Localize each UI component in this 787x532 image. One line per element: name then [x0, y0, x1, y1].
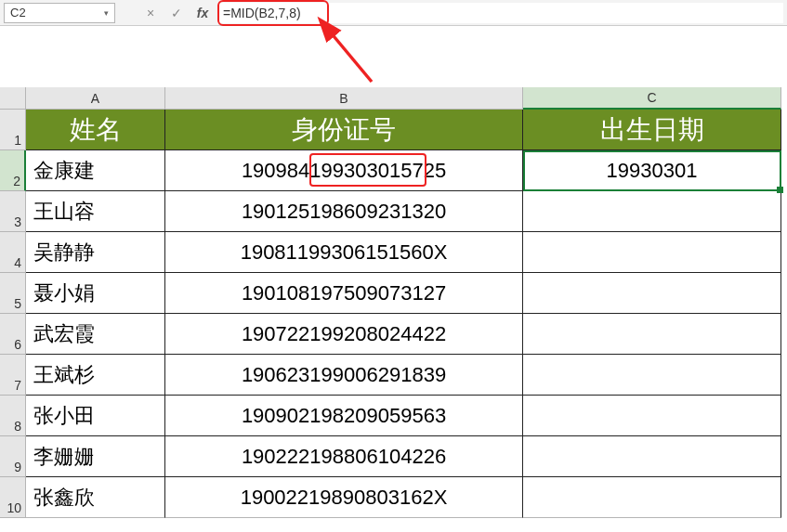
- cell-b5[interactable]: 190108197509073127: [165, 273, 523, 314]
- svg-line-0: [330, 32, 372, 82]
- row-header-10[interactable]: 10: [0, 477, 26, 518]
- row-header-label: 1: [14, 133, 21, 148]
- cell-b7[interactable]: 190623199006291839: [165, 355, 523, 396]
- cell-a7[interactable]: 王斌杉: [26, 355, 165, 396]
- cell-c6[interactable]: [523, 314, 781, 355]
- row-header-7[interactable]: 7: [0, 355, 26, 396]
- row-header-label: 10: [7, 500, 21, 515]
- table-row: 王斌杉 190623199006291839: [26, 355, 781, 396]
- col-header-b[interactable]: B: [165, 87, 523, 110]
- cell-value: 190722199208024422: [242, 322, 446, 346]
- cell-value: 王山容: [33, 198, 95, 226]
- row-header-label: 5: [14, 296, 21, 311]
- cell-value: 张鑫欣: [33, 484, 95, 512]
- row-header-label: 6: [14, 337, 21, 352]
- column-headers: A B C: [26, 87, 787, 110]
- cell-c2[interactable]: 19930301: [523, 150, 781, 191]
- cancel-formula-button[interactable]: ×: [139, 3, 162, 23]
- cell-value: 190984199303015725: [242, 159, 446, 183]
- cell-c8[interactable]: [523, 396, 781, 436]
- cell-a6[interactable]: 武宏霞: [26, 314, 165, 355]
- row-header-label: 9: [14, 460, 21, 474]
- col-header-a[interactable]: A: [26, 87, 165, 110]
- row-header-5[interactable]: 5: [0, 273, 26, 314]
- cell-value: 190222198806104226: [242, 445, 446, 469]
- cell-b1[interactable]: 身份证号: [165, 110, 523, 150]
- table-row: 吴静静 19081199306151560X: [26, 232, 781, 273]
- cell-b4[interactable]: 19081199306151560X: [165, 232, 523, 273]
- cell-value: 王斌杉: [33, 361, 95, 389]
- cell-a10[interactable]: 张鑫欣: [26, 477, 165, 518]
- col-header-c[interactable]: C: [523, 87, 781, 110]
- cell-value: 张小田: [33, 402, 95, 430]
- cell-b10[interactable]: 19002219890803162X: [165, 477, 523, 518]
- table-row: 武宏霞 190722199208024422: [26, 314, 781, 355]
- cell-c1[interactable]: 出生日期: [523, 110, 781, 150]
- col-header-label: C: [647, 90, 656, 105]
- cell-c4[interactable]: [523, 232, 781, 273]
- row-header-4[interactable]: 4: [0, 232, 26, 273]
- cell-value: 190108197509073127: [242, 281, 446, 305]
- row-header-label: 4: [14, 255, 21, 270]
- cell-b2[interactable]: 190984199303015725: [165, 150, 523, 191]
- annotation-arrow: [316, 26, 409, 95]
- cell-c5[interactable]: [523, 273, 781, 314]
- cell-c3[interactable]: [523, 191, 781, 232]
- formula-bar-area: C2 ▾ × ✓ fx =MID(B2,7,8): [0, 0, 787, 26]
- formula-input[interactable]: =MID(B2,7,8): [217, 3, 783, 23]
- cell-a1[interactable]: 姓名: [26, 110, 165, 150]
- cell-b8[interactable]: 190902198209059563: [165, 396, 523, 436]
- col-header-label: A: [91, 91, 99, 106]
- name-box[interactable]: C2 ▾: [4, 3, 115, 23]
- row-header-label: 7: [14, 378, 21, 393]
- table-row: 张鑫欣 19002219890803162X: [26, 477, 781, 518]
- cell-value: 吴静静: [33, 239, 95, 266]
- table-row: 金康建 190984199303015725 19930301: [26, 150, 781, 191]
- table-row: 李姗姗 190222198806104226: [26, 436, 781, 477]
- formula-text: =MID(B2,7,8): [223, 6, 301, 20]
- row-header-8[interactable]: 8: [0, 396, 26, 436]
- cell-a8[interactable]: 张小田: [26, 396, 165, 436]
- row-header-label: 2: [13, 174, 20, 188]
- select-all-corner[interactable]: [0, 87, 26, 110]
- row-header-9[interactable]: 9: [0, 436, 26, 477]
- cancel-icon: ×: [147, 6, 154, 20]
- cell-b3[interactable]: 190125198609231320: [165, 191, 523, 232]
- row-header-2[interactable]: 2: [0, 150, 26, 191]
- insert-function-button[interactable]: fx: [191, 3, 214, 23]
- row-header-3[interactable]: 3: [0, 191, 26, 232]
- row-headers: 1 2 3 4 5 6 7 8 9 10: [0, 110, 26, 518]
- confirm-formula-button[interactable]: ✓: [165, 3, 188, 23]
- table-row: 姓名 身份证号 出生日期: [26, 110, 781, 150]
- cell-value: 身份证号: [292, 112, 396, 148]
- cell-value: 武宏霞: [33, 320, 95, 348]
- cell-b6[interactable]: 190722199208024422: [165, 314, 523, 355]
- fx-icon: fx: [197, 6, 208, 20]
- row-header-label: 8: [14, 419, 21, 434]
- cell-a2[interactable]: 金康建: [26, 150, 165, 191]
- cell-c7[interactable]: [523, 355, 781, 396]
- cell-a3[interactable]: 王山容: [26, 191, 165, 232]
- cell-value: 聂小娟: [33, 279, 95, 307]
- cell-b9[interactable]: 190222198806104226: [165, 436, 523, 477]
- cell-a5[interactable]: 聂小娟: [26, 273, 165, 314]
- cell-value: 李姗姗: [33, 443, 95, 471]
- row-header-1[interactable]: 1: [0, 110, 26, 150]
- cell-value: 19002219890803162X: [241, 486, 448, 510]
- cell-a4[interactable]: 吴静静: [26, 232, 165, 273]
- table-row: 聂小娟 190108197509073127: [26, 273, 781, 314]
- cell-value: 出生日期: [600, 112, 704, 148]
- cell-c10[interactable]: [523, 477, 781, 518]
- chevron-down-icon[interactable]: ▾: [104, 8, 109, 18]
- cell-value: 190125198609231320: [242, 200, 446, 224]
- name-box-value: C2: [10, 6, 26, 19]
- cell-c9[interactable]: [523, 436, 781, 477]
- row-header-label: 3: [14, 214, 21, 229]
- cell-value: 金康建: [33, 157, 95, 185]
- cell-a9[interactable]: 李姗姗: [26, 436, 165, 477]
- check-icon: ✓: [171, 6, 182, 20]
- row-header-6[interactable]: 6: [0, 314, 26, 355]
- cell-value: 姓名: [70, 112, 122, 148]
- table-row: 王山容 190125198609231320: [26, 191, 781, 232]
- cell-value: 190623199006291839: [242, 363, 446, 387]
